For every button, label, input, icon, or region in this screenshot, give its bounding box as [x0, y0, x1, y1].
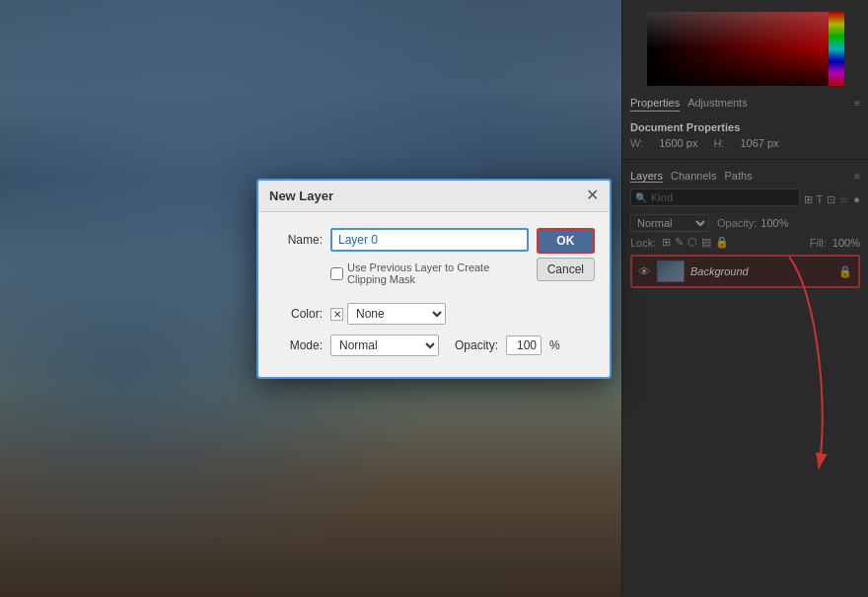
color-checkbox[interactable]: ✕: [330, 308, 343, 321]
opacity-input[interactable]: [506, 336, 542, 355]
color-row: Color: ✕ None Red Orange Yellow Green Bl…: [273, 303, 595, 325]
clipping-mask-row: Use Previous Layer to Create Clipping Ma…: [330, 261, 529, 285]
mode-label: Mode:: [273, 338, 323, 352]
color-select[interactable]: None Red Orange Yellow Green Blue: [347, 303, 446, 325]
cancel-button[interactable]: Cancel: [537, 258, 595, 281]
clipping-mask-label: Use Previous Layer to Create Clipping Ma…: [347, 261, 529, 285]
name-row: Name:: [273, 228, 529, 252]
modal-title: New Layer: [269, 188, 333, 203]
name-input[interactable]: [330, 228, 529, 252]
mode-select[interactable]: Normal Dissolve Multiply Screen Overlay: [330, 335, 439, 356]
color-select-group: ✕ None Red Orange Yellow Green Blue: [330, 303, 446, 325]
modal-header: New Layer ✕: [257, 180, 611, 212]
ok-button[interactable]: OK: [537, 228, 595, 254]
clipping-mask-checkbox[interactable]: [330, 267, 343, 280]
modal-close-button[interactable]: ✕: [586, 187, 599, 203]
color-label: Color:: [273, 307, 323, 321]
new-layer-dialog: New Layer ✕ Name: Use Previous Layer to …: [256, 179, 612, 379]
modal-body: Name: Use Previous Layer to Create Clipp…: [257, 212, 611, 378]
opacity-label-modal: Opacity:: [455, 338, 498, 352]
mode-opacity-row: Mode: Normal Dissolve Multiply Screen Ov…: [273, 335, 595, 356]
modal-buttons: OK Cancel: [537, 228, 595, 281]
modal-overlay: New Layer ✕ Name: Use Previous Layer to …: [0, 0, 868, 597]
pct-label: %: [549, 338, 560, 352]
name-label: Name:: [273, 233, 323, 247]
